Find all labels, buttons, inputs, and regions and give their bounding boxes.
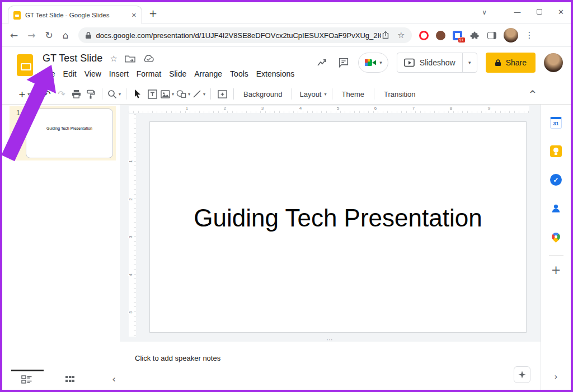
menu-slide[interactable]: Slide: [165, 68, 190, 79]
insert-image-button[interactable]: ▾: [161, 86, 174, 102]
window-maximize-button[interactable]: [537, 8, 542, 17]
slide-thumbnail[interactable]: Guiding Tech Presentation: [26, 108, 113, 158]
image-caret-icon[interactable]: ▾: [172, 92, 174, 97]
reload-button[interactable]: ↻: [45, 30, 53, 41]
forward-button[interactable]: →: [27, 30, 35, 41]
h-ruler-label: 6: [373, 106, 378, 111]
slide-filmstrip-panel: 1 Guiding Tech Presentation ‹: [2, 105, 120, 390]
print-button[interactable]: [70, 86, 82, 102]
v-ruler-label: 2: [128, 198, 133, 200]
background-button[interactable]: Background: [238, 87, 288, 101]
slide-editing-surface[interactable]: Guiding Tech Presentation: [149, 121, 527, 333]
slideshow-dropdown-caret[interactable]: ▾: [462, 53, 477, 73]
menu-extensions[interactable]: Extensions: [252, 68, 298, 79]
explore-button[interactable]: [514, 366, 530, 383]
back-button[interactable]: ←: [10, 30, 18, 41]
menu-file[interactable]: File: [39, 68, 59, 79]
zoom-caret-icon[interactable]: ▾: [119, 92, 121, 97]
translate-extension-icon[interactable]: 9+: [453, 31, 462, 40]
new-slide-button[interactable]: + ▾: [18, 86, 30, 102]
add-addon-button[interactable]: +: [551, 263, 561, 277]
side-panel-icon[interactable]: [487, 32, 496, 39]
zoom-icon: [107, 89, 117, 99]
move-folder-icon[interactable]: [125, 54, 135, 63]
select-tool-button[interactable]: [131, 86, 144, 102]
contacts-icon[interactable]: [550, 202, 562, 214]
side-panel-expand-chevron[interactable]: ›: [554, 371, 557, 382]
maps-icon[interactable]: [550, 231, 562, 243]
cloud-saved-icon: [143, 54, 154, 63]
tasks-icon[interactable]: ✓: [550, 174, 562, 186]
menu-arrange[interactable]: Arrange: [190, 68, 226, 79]
filmstrip-collapse-chevron[interactable]: ‹: [112, 374, 116, 385]
opera-extension-icon[interactable]: [419, 31, 429, 40]
comments-icon[interactable]: [337, 56, 350, 69]
redo-button[interactable]: ↷: [55, 86, 68, 102]
insert-shape-button[interactable]: ▾: [176, 86, 190, 102]
extensions-puzzle-icon[interactable]: [469, 30, 480, 41]
calendar-icon[interactable]: 31: [550, 117, 562, 129]
menu-view[interactable]: View: [81, 68, 105, 79]
v-ruler-label: 4: [128, 273, 133, 276]
window-minimize-button[interactable]: —: [514, 8, 521, 17]
transition-button[interactable]: Transition: [378, 87, 421, 101]
text-box-button[interactable]: [146, 86, 158, 102]
menu-insert[interactable]: Insert: [105, 68, 133, 79]
paint-format-button[interactable]: [84, 86, 97, 102]
undo-icon: ↶: [43, 89, 50, 100]
url-text[interactable]: docs.google.com/presentation/d/1UJF4I2V8…: [96, 31, 382, 40]
layout-label: Layout: [297, 87, 322, 101]
maximize-icon: [537, 9, 542, 15]
shape-caret-icon[interactable]: ▾: [188, 92, 190, 97]
star-document-icon[interactable]: ☆: [110, 54, 117, 64]
share-lock-icon: [495, 59, 501, 67]
layout-button[interactable]: Layout ▾: [297, 86, 326, 102]
tab-close-icon[interactable]: ✕: [131, 12, 137, 19]
rail-divider: [549, 255, 563, 256]
activity-dashboard-icon[interactable]: [316, 56, 329, 69]
zoom-button[interactable]: ▾: [107, 86, 121, 102]
menu-format[interactable]: Format: [133, 68, 165, 79]
tab-search-chevron-icon[interactable]: ∨: [482, 8, 487, 16]
toolbar-separator: [102, 88, 102, 100]
new-tab-button[interactable]: +: [149, 7, 157, 19]
insert-placeholder-button[interactable]: [216, 86, 228, 102]
menu-tools[interactable]: Tools: [226, 68, 252, 79]
notes-drag-handle[interactable]: ⋯: [327, 336, 334, 343]
browser-profile-avatar[interactable]: [504, 28, 518, 42]
slides-header: GT Test Slide ☆ File Edit View Insert Fo…: [2, 47, 571, 84]
paint-format-icon: [86, 89, 95, 99]
menu-edit[interactable]: Edit: [59, 68, 81, 79]
line-caret-icon[interactable]: ▾: [203, 92, 205, 97]
slides-favicon-icon: [13, 11, 21, 20]
slide-title-text[interactable]: Guiding Tech Presentation: [194, 204, 482, 232]
document-title[interactable]: GT Test Slide: [43, 53, 102, 64]
h-ruler-label: 5: [336, 106, 340, 111]
extension-icon[interactable]: [436, 31, 445, 40]
meet-join-button[interactable]: ▾: [358, 53, 388, 73]
line-icon: [192, 89, 201, 98]
browser-tab[interactable]: GT Test Slide - Google Slides ✕: [8, 6, 142, 24]
window-close-button[interactable]: ✕: [558, 8, 564, 17]
undo-button[interactable]: ↶: [41, 86, 53, 102]
omnibox[interactable]: docs.google.com/presentation/d/1UJF4I2V8…: [78, 27, 412, 43]
grid-view-button[interactable]: [65, 375, 75, 384]
new-slide-caret-icon[interactable]: ▾: [27, 92, 30, 97]
account-avatar[interactable]: [544, 53, 563, 72]
slides-logo-icon[interactable]: [17, 54, 33, 76]
v-ruler-label: 1: [128, 160, 133, 162]
toolbar-collapse-button[interactable]: ^: [529, 89, 536, 99]
slideshow-main[interactable]: Slideshow: [397, 58, 462, 68]
filmstrip-view-button[interactable]: [21, 375, 32, 384]
keep-icon[interactable]: [550, 145, 562, 157]
share-page-icon[interactable]: [381, 31, 390, 40]
share-button[interactable]: Share: [486, 53, 536, 73]
theme-button[interactable]: Theme: [336, 87, 370, 101]
insert-line-button[interactable]: ▾: [192, 86, 205, 102]
home-button[interactable]: ⌂: [63, 30, 69, 41]
browser-menu-kebab-icon[interactable]: ⋮: [525, 30, 534, 40]
speaker-notes-placeholder[interactable]: Click to add speaker notes: [135, 354, 220, 362]
bookmark-star-icon[interactable]: ☆: [397, 30, 405, 40]
browser-address-bar: ← → ↻ ⌂ docs.google.com/presentation/d/1…: [2, 24, 571, 47]
slideshow-button[interactable]: Slideshow ▾: [397, 53, 477, 73]
